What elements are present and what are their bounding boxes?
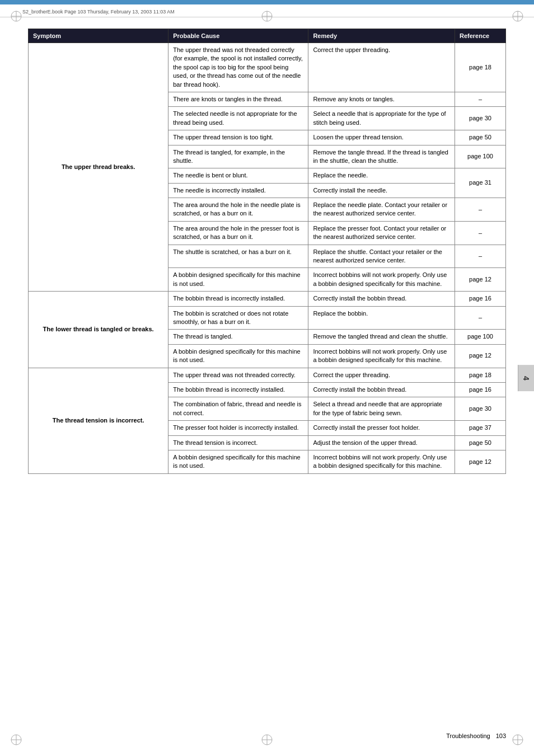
reg-mark-tl [10,10,22,22]
cause-cell: The shuttle is scratched, or has a burr … [168,245,308,268]
reference-cell: – [455,198,505,222]
cause-cell: The upper thread tension is too tight. [168,130,308,145]
page: S2_brotherE.book Page 103 Thursday, Febr… [0,0,534,756]
cause-cell: The bobbin thread is incorrectly install… [168,292,308,306]
remedy-cell: Correct the upper threading. [308,43,455,92]
cause-cell: A bobbin designed specifically for this … [168,450,308,473]
table-row: The thread tension is incorrect. The upp… [29,368,506,382]
remedy-cell: Remove any knots or tangles. [308,92,455,106]
cause-cell: The thread tension is incorrect. [168,435,308,450]
cause-cell: The combination of fabric, thread and ne… [168,397,308,421]
remedy-cell: Select a needle that is appropriate for … [308,107,455,130]
reg-mark-tm [261,10,273,22]
reference-cell: page 18 [455,368,505,382]
reference-cell: page 12 [455,450,505,473]
cause-cell: The needle is bent or blunt. [168,168,308,183]
cause-cell: The upper thread was not threaded correc… [168,368,308,382]
reg-mark-tr [512,10,524,22]
remedy-cell: Correctly install the presser foot holde… [308,421,455,435]
reference-cell: page 18 [455,43,505,92]
reference-cell: page 30 [455,397,505,421]
remedy-cell: Replace the bobbin. [308,306,455,330]
reference-cell: page 16 [455,292,505,306]
table-header-row: Symptom Probable Cause Remedy Reference [29,29,506,43]
reference-cell: page 12 [455,268,505,292]
table-row: The lower thread is tangled or breaks. T… [29,292,506,306]
cause-cell: A bobbin designed specifically for this … [168,344,308,368]
chapter-tab: 4 [518,365,534,392]
col-reference: Reference [455,29,505,43]
col-cause: Probable Cause [168,29,308,43]
reg-mark-br [512,734,524,746]
remedy-cell: Remove the tangled thread and clean the … [308,330,455,344]
remedy-cell: Remove the tangle thread. If the thread … [308,145,455,168]
cause-cell: The area around the hole in the needle p… [168,198,308,222]
remedy-cell: Correctly install the bobbin thread. [308,382,455,397]
cause-cell: The presser foot holder is incorrectly i… [168,421,308,435]
reference-cell: page 30 [455,107,505,130]
cause-cell: A bobbin designed specifically for this … [168,268,308,292]
reference-cell: page 50 [455,130,505,145]
symptom-upper-thread: The upper thread breaks. [29,43,168,292]
troubleshooting-table: Symptom Probable Cause Remedy Reference … [28,29,506,474]
cause-cell: The bobbin thread is incorrectly install… [168,382,308,397]
main-content: Symptom Probable Cause Remedy Reference … [0,17,534,485]
remedy-cell: Replace the needle plate. Contact your r… [308,198,455,222]
remedy-cell: Correctly install the needle. [308,183,455,198]
page-number: 103 [496,732,506,739]
reference-cell: – [455,221,505,245]
remedy-cell: Correct the upper threading. [308,368,455,382]
top-blue-bar [0,0,534,4]
cause-cell: The needle is incorrectly installed. [168,183,308,198]
cause-cell: The area around the hole in the presser … [168,221,308,245]
reference-cell: page 50 [455,435,505,450]
remedy-cell: Incorrect bobbins will not work properly… [308,450,455,473]
cause-cell: There are knots or tangles in the thread… [168,92,308,106]
remedy-cell: Select a thread and needle that are appr… [308,397,455,421]
reference-cell: page 37 [455,421,505,435]
reference-cell: page 31 [455,168,505,198]
col-remedy: Remedy [308,29,455,43]
remedy-cell: Correctly install the bobbin thread. [308,292,455,306]
remedy-cell: Loosen the upper thread tension. [308,130,455,145]
col-symptom: Symptom [29,29,168,43]
symptom-thread-tension: The thread tension is incorrect. [29,368,168,473]
remedy-cell: Adjust the tension of the upper thread. [308,435,455,450]
chapter-number: 4 [522,376,531,381]
remedy-cell: Incorrect bobbins will not work properly… [308,344,455,368]
remedy-cell: Replace the shuttle. Contact your retail… [308,245,455,268]
remedy-cell: Replace the needle. [308,168,455,183]
reference-cell: page 100 [455,330,505,344]
cause-cell: The upper thread was not threaded correc… [168,43,308,92]
cause-cell: The bobbin is scratched or does not rota… [168,306,308,330]
file-info: S2_brotherE.book Page 103 Thursday, Febr… [22,9,175,15]
reference-cell: – [455,92,505,106]
footer-label: Troubleshooting [446,732,490,739]
reference-cell: – [455,306,505,330]
reg-mark-bl [10,734,22,746]
reference-cell: – [455,245,505,268]
cause-cell: The thread is tangled. [168,330,308,344]
reference-cell: page 12 [455,344,505,368]
remedy-cell: Replace the presser foot. Contact your r… [308,221,455,245]
symptom-lower-thread: The lower thread is tangled or breaks. [29,292,168,368]
reference-cell: page 100 [455,145,505,168]
cause-cell: The selected needle is not appropriate f… [168,107,308,130]
reference-cell: page 16 [455,382,505,397]
cause-cell: The thread is tangled, for example, in t… [168,145,308,168]
table-row: The upper thread breaks. The upper threa… [29,43,506,92]
remedy-cell: Incorrect bobbins will not work properly… [308,268,455,292]
footer: Troubleshooting 103 [28,732,506,739]
